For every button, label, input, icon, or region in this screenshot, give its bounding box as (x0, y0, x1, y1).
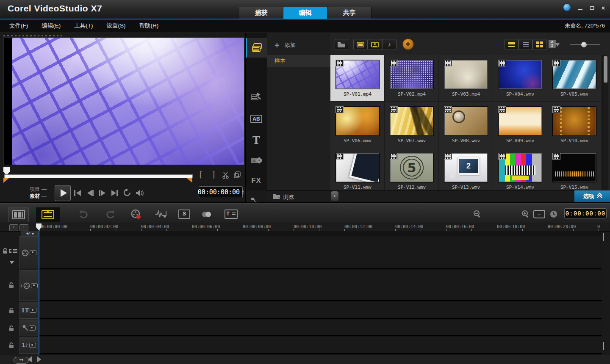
music-track-row[interactable] (39, 337, 602, 354)
gallery-scrollbar-thumb[interactable] (604, 56, 607, 83)
minimize-button[interactable] (576, 4, 585, 11)
next-frame-button[interactable] (98, 189, 107, 197)
tab-capture[interactable]: 捕获 (239, 7, 283, 19)
media-item[interactable]: 5 SP-V12.wmv (385, 148, 439, 190)
timeline-ruler[interactable]: + + 00:00:00:00 00:00:02:00 00:00:04:00 … (0, 223, 610, 232)
ripple-edit-all-toggle[interactable]: E (3, 248, 17, 254)
swap-track-button[interactable]: +▾ (14, 357, 29, 364)
voice-track-row[interactable] (39, 320, 602, 336)
volume-button[interactable] (135, 189, 144, 197)
media-item[interactable]: SP-V05.wmv (547, 55, 602, 102)
split-clip-button[interactable] (222, 171, 230, 179)
title-track-header[interactable]: 1T (19, 302, 38, 319)
undo-button[interactable] (77, 207, 90, 221)
overlay-track-lock[interactable] (8, 282, 14, 288)
menu-tools[interactable]: 工具(T) (67, 22, 100, 30)
transition-category-button[interactable]: AB (246, 109, 267, 129)
previous-frame-button[interactable] (86, 189, 95, 197)
project-mode-label[interactable]: 项目— (30, 186, 47, 192)
timeline-scroll-down[interactable] (603, 343, 604, 350)
track-visibility-icon[interactable] (30, 308, 36, 313)
mark-out-button[interactable]: ] (211, 170, 216, 179)
trim-start-handle[interactable] (3, 178, 9, 183)
options-button[interactable]: 选项 (574, 190, 610, 202)
preview-drag-handle[interactable] (3, 35, 63, 36)
graphic-category-button[interactable] (246, 151, 267, 170)
title-track-row[interactable] (39, 302, 602, 319)
media-item[interactable]: 2 SP-V13.wmv (439, 148, 493, 190)
music-track-header[interactable]: 1♪ (19, 337, 38, 354)
repeat-button[interactable] (123, 188, 131, 197)
add-folder-button[interactable]: + 添加 (267, 39, 330, 52)
collapse-nav-button[interactable]: ‹ (331, 191, 338, 201)
timeline-playhead-line[interactable] (39, 231, 39, 355)
trim-end-handle[interactable] (187, 178, 192, 183)
import-folder-button[interactable] (335, 39, 348, 50)
storyboard-view-button[interactable] (8, 207, 29, 222)
tab-edit[interactable]: 编辑 (283, 7, 327, 19)
track-visibility-icon[interactable] (29, 343, 36, 348)
menu-help[interactable]: 帮助(H) (133, 22, 166, 30)
video-track-row[interactable] (39, 236, 602, 269)
scroll-right-button[interactable] (37, 356, 41, 362)
ripple-insert-all-icon[interactable]: + (19, 224, 28, 231)
audio-mixer-button[interactable]: S (177, 207, 191, 221)
sort-button[interactable]: AZ (549, 40, 556, 48)
browse-button[interactable]: 浏览 (283, 193, 294, 201)
media-item[interactable]: SP-V14.wmv (493, 148, 547, 190)
redo-button[interactable] (104, 207, 117, 221)
video-track-header[interactable] (19, 236, 38, 269)
scroll-left-button[interactable] (28, 356, 32, 362)
motion-tracking-button[interactable] (199, 207, 214, 221)
media-item[interactable]: SP-V08.wmv (439, 102, 493, 148)
thumbnail-zoom-handle[interactable] (581, 42, 587, 47)
timeline-timecode[interactable]: 0:00:00:00 (564, 208, 607, 218)
view-list-button[interactable] (518, 39, 532, 50)
menu-edit[interactable]: 编辑(E) (35, 22, 67, 30)
view-grid-button[interactable] (532, 39, 546, 50)
category-sample[interactable]: 样本 (267, 55, 330, 67)
mark-in-button[interactable]: [ (198, 170, 203, 179)
media-item[interactable]: SP-V10.wmv (547, 102, 602, 148)
fit-project-button[interactable]: ↔ (533, 207, 546, 221)
menu-settings[interactable]: 设置(S) (100, 22, 133, 30)
media-item[interactable]: SP-V06.wmv (330, 102, 385, 148)
zoom-in-button[interactable] (520, 207, 531, 221)
filter-video-button[interactable] (353, 39, 368, 50)
record-capture-button[interactable] (129, 207, 143, 221)
track-tools-button[interactable]: +/- ▾ (21, 231, 39, 236)
filter-photo-button[interactable] (368, 39, 382, 50)
preview-scrubber[interactable] (4, 174, 193, 178)
filter-category-button[interactable]: FX (246, 171, 267, 190)
media-item[interactable]: SP-V04.wmv (493, 55, 547, 102)
media-item[interactable]: SP-V09.wmv (493, 102, 547, 148)
project-duration-button[interactable] (548, 207, 559, 221)
media-wheel-icon[interactable] (402, 39, 414, 50)
gutter-collapse-icon[interactable] (9, 261, 14, 264)
media-category-button[interactable] (246, 38, 267, 58)
clip-mode-label[interactable]: 素材— (30, 193, 47, 199)
overlay-track-row[interactable] (39, 270, 602, 301)
restore-button[interactable] (588, 4, 596, 11)
music-track-lock[interactable] (8, 342, 14, 348)
media-item[interactable]: SP-V01.mp4 (330, 55, 385, 102)
home-button[interactable] (73, 189, 82, 197)
instant-project-button[interactable] (246, 87, 267, 107)
media-item[interactable]: SP-V03.mp4 (439, 55, 493, 102)
voice-track-lock[interactable] (8, 325, 14, 331)
title-category-button[interactable]: T (246, 130, 267, 150)
media-item[interactable]: SP-V15.wmv (547, 148, 602, 190)
preview-timecode[interactable]: 00:00:00:00 ▲▼ (199, 186, 243, 198)
timeline-view-button[interactable] (36, 207, 60, 222)
zoom-out-button[interactable] (472, 207, 483, 221)
preview-playhead[interactable] (3, 167, 10, 175)
close-button[interactable]: × (599, 4, 607, 11)
filter-audio-button[interactable]: ♪ (382, 39, 396, 50)
track-visibility-icon[interactable] (30, 250, 36, 255)
view-thumb-title-button[interactable] (505, 39, 518, 50)
play-button[interactable] (55, 185, 71, 201)
subtitle-editor-button[interactable]: T (224, 207, 238, 221)
tab-share[interactable]: 共享 (327, 7, 372, 19)
menu-file[interactable]: 文件(F) (3, 22, 35, 30)
enlarge-duplicate-button[interactable] (233, 171, 241, 179)
